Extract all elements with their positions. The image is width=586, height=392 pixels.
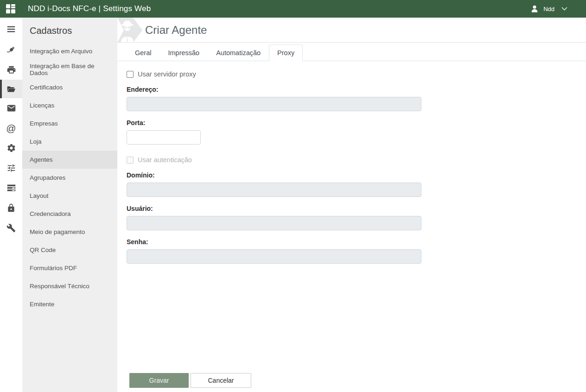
tab-automatizacao[interactable]: Automatização bbox=[208, 44, 269, 61]
porta-input[interactable] bbox=[127, 130, 201, 145]
sidebar-title: Cadastros bbox=[22, 18, 117, 42]
sidebar-item-integracao-arquivo[interactable]: Integração em Arquivo bbox=[22, 42, 117, 60]
senha-input[interactable] bbox=[127, 249, 421, 264]
cancel-button[interactable]: Cancelar bbox=[191, 373, 251, 388]
sidebar-item-agentes[interactable]: Agentes bbox=[22, 151, 117, 169]
usuario-input[interactable] bbox=[127, 216, 421, 230]
tab-impressao[interactable]: Impressão bbox=[159, 44, 208, 61]
agent-spy-icon bbox=[117, 18, 145, 43]
dominio-label: Domínio: bbox=[127, 171, 586, 179]
usuario-group: Usuário: bbox=[127, 205, 586, 230]
page-header: Criar Agente bbox=[117, 18, 586, 43]
envelope-icon[interactable] bbox=[0, 98, 22, 118]
folder-open-icon[interactable] bbox=[0, 80, 22, 98]
page-title: Criar Agente bbox=[145, 24, 207, 37]
sliders-icon[interactable] bbox=[0, 158, 22, 178]
form-actions: Gravar Cancelar bbox=[127, 373, 586, 392]
app-title: NDD i-Docs NFC-e | Settings Web bbox=[28, 4, 151, 13]
plug-icon[interactable] bbox=[0, 40, 22, 60]
tab-proxy[interactable]: Proxy bbox=[269, 44, 303, 61]
sidebar-item-credenciadora[interactable]: Credenciadora bbox=[22, 205, 117, 223]
use-auth-checkbox[interactable] bbox=[127, 157, 134, 164]
use-proxy-label[interactable]: Usar servidor proxy bbox=[138, 70, 196, 78]
hamburger-menu-icon[interactable] bbox=[0, 19, 22, 40]
sidebar-item-meio-pagamento[interactable]: Meio de pagamento bbox=[22, 223, 117, 241]
user-avatar-icon bbox=[530, 4, 539, 13]
app-window: NDD i-Docs NFC-e | Settings Web Ndd bbox=[0, 0, 586, 392]
tab-geral[interactable]: Geral bbox=[127, 44, 159, 61]
endereco-input[interactable] bbox=[127, 97, 421, 111]
sidebar-item-certificados[interactable]: Certificados bbox=[22, 78, 117, 96]
sidebar-item-empresas[interactable]: Empresas bbox=[22, 114, 117, 133]
sidebar-item-licencas[interactable]: Licenças bbox=[22, 96, 117, 114]
save-button[interactable]: Gravar bbox=[129, 373, 189, 388]
wrench-icon[interactable] bbox=[0, 218, 22, 238]
sidebar-item-layout[interactable]: Layout bbox=[22, 187, 117, 205]
senha-label: Senha: bbox=[127, 238, 586, 246]
dominio-input[interactable] bbox=[127, 183, 421, 197]
sidebar-item-qr-code[interactable]: QR Code bbox=[22, 241, 117, 259]
server-stack-icon[interactable] bbox=[0, 178, 22, 198]
use-auth-row: Usar autenticação bbox=[127, 156, 586, 164]
sidebar-item-agrupadores[interactable]: Agrupadores bbox=[22, 169, 117, 187]
sidebar-item-emitente[interactable]: Emitente bbox=[22, 295, 117, 313]
at-sign-icon[interactable]: @ bbox=[0, 118, 22, 138]
endereco-group: Endereço: bbox=[127, 86, 586, 111]
use-proxy-checkbox[interactable] bbox=[127, 71, 134, 78]
chevron-down-icon bbox=[561, 7, 567, 11]
senha-group: Senha: bbox=[127, 238, 586, 264]
porta-group: Porta: bbox=[127, 119, 586, 145]
icon-rail: @ bbox=[0, 18, 22, 392]
tab-bar: Geral Impressão Automatização Proxy bbox=[117, 44, 586, 61]
ndd-logo-icon bbox=[6, 3, 18, 14]
proxy-tab-panel: Usar servidor proxy Endereço: Porta: Usa… bbox=[117, 61, 586, 392]
dominio-group: Domínio: bbox=[127, 171, 586, 197]
sidebar-item-integracao-base-dados[interactable]: Integração em Base de Dados bbox=[22, 60, 117, 78]
sidebar-item-loja[interactable]: Loja bbox=[22, 133, 117, 151]
top-bar: NDD i-Docs NFC-e | Settings Web Ndd bbox=[0, 0, 586, 18]
usuario-label: Usuário: bbox=[127, 205, 586, 212]
user-name: Ndd bbox=[543, 6, 554, 13]
user-menu[interactable]: Ndd bbox=[530, 4, 567, 13]
use-auth-label: Usar autenticação bbox=[138, 156, 192, 164]
printer-icon[interactable] bbox=[0, 60, 22, 80]
endereco-label: Endereço: bbox=[127, 86, 586, 93]
main-content: Criar Agente Geral Impressão Automatizaç… bbox=[117, 18, 586, 392]
gear-icon[interactable] bbox=[0, 138, 22, 158]
use-proxy-row: Usar servidor proxy bbox=[127, 70, 586, 78]
sidebar-item-formularios-pdf[interactable]: Formulários PDF bbox=[22, 259, 117, 277]
sidebar-panel: Cadastros Integração em Arquivo Integraç… bbox=[22, 18, 117, 392]
porta-label: Porta: bbox=[127, 119, 586, 126]
sidebar-item-responsavel-tecnico[interactable]: Responsável Técnico bbox=[22, 277, 117, 295]
lock-icon[interactable] bbox=[0, 198, 22, 218]
